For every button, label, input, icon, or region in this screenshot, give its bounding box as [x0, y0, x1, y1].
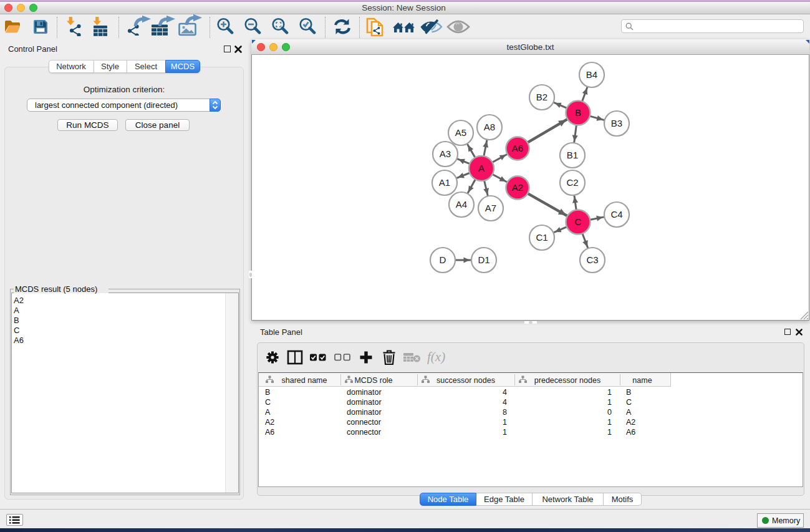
svg-text:A5: A5 [455, 127, 466, 138]
svg-text:A8: A8 [484, 122, 495, 132]
svg-text:D: D [440, 254, 446, 265]
svg-text:D1: D1 [478, 254, 489, 265]
svg-text:C: C [575, 216, 582, 227]
svg-text:C4: C4 [610, 209, 622, 220]
svg-text:A2: A2 [512, 182, 523, 193]
svg-text:B1: B1 [567, 150, 578, 160]
svg-text:B3: B3 [611, 118, 622, 128]
svg-text:A6: A6 [512, 143, 523, 153]
svg-text:C3: C3 [586, 254, 598, 265]
svg-text:C2: C2 [566, 177, 578, 188]
svg-text:A: A [478, 163, 485, 173]
svg-text:B2: B2 [536, 92, 547, 102]
svg-text:A7: A7 [485, 203, 496, 213]
svg-text:C1: C1 [536, 232, 547, 243]
svg-text:A4: A4 [456, 199, 467, 210]
svg-text:A1: A1 [439, 177, 450, 188]
svg-text:B4: B4 [586, 69, 597, 80]
svg-text:B: B [575, 107, 581, 118]
svg-text:A3: A3 [440, 148, 451, 159]
